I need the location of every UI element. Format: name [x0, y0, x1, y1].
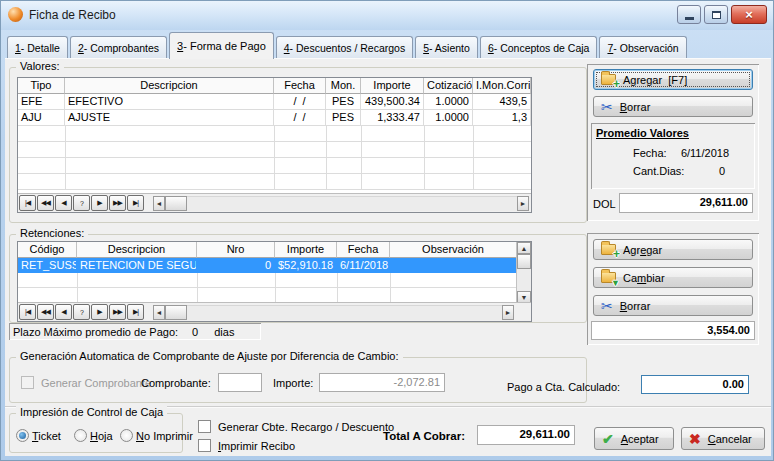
nav-next-button[interactable]: ▶: [91, 195, 108, 211]
imprimir-recibo-checkbox[interactable]: [198, 439, 211, 452]
valores-hscrollbar[interactable]: ◄ ►: [153, 196, 529, 211]
valores-agregar-button[interactable]: + Agregar [F7]: [593, 69, 753, 90]
tab-detalle[interactable]: 1 - Detalle: [7, 36, 68, 58]
tab-descuentos-recargos[interactable]: 4 - Descuentos / Recargos: [276, 36, 413, 58]
promedio-valores-title: Promedio Valores: [596, 127, 689, 139]
retenciones-cambiar-label: Cambiar: [623, 272, 665, 284]
nav-next-page-button[interactable]: ▶▶: [109, 195, 126, 211]
hscroll-thumb[interactable]: [165, 196, 187, 211]
tab-comprobantes[interactable]: 2 - Comprobantes: [70, 36, 167, 58]
maximize-button[interactable]: [704, 5, 728, 24]
retenciones-group-label: Retenciones:: [16, 227, 88, 239]
nav-first-button[interactable]: |◀: [19, 304, 36, 320]
retenciones-agregar-button[interactable]: + Agregar: [593, 239, 753, 260]
minimize-button[interactable]: [677, 5, 701, 24]
cell-fecha: / /: [274, 94, 326, 110]
hscroll-right-arrow[interactable]: ►: [502, 305, 514, 320]
retenciones-borrar-button[interactable]: ✂ Borrar: [593, 295, 753, 316]
total-a-cobrar-label: Total A Cobrar:: [383, 430, 465, 442]
cell-fecha: / /: [274, 110, 326, 126]
tab-bar: 1 - Detalle 2 - Comprobantes 3 - Forma d…: [7, 32, 771, 58]
hoja-radio-label[interactable]: Hoja: [90, 430, 113, 442]
hoja-radio[interactable]: [74, 429, 87, 442]
nav-last-button[interactable]: ▶|: [127, 195, 144, 211]
col-descripcion: Descripcion: [77, 242, 197, 258]
col-tipo: Tipo: [18, 78, 65, 94]
pago-cta-field[interactable]: 0.00: [641, 375, 749, 394]
aceptar-button[interactable]: ✔ Aceptar: [594, 427, 674, 450]
imprimir-recibo-label[interactable]: Imprimir Recibo: [218, 440, 295, 452]
nav-prior-page-button[interactable]: ◀◀: [37, 195, 54, 211]
retenciones-monto-field[interactable]: 3,554.00: [591, 321, 755, 340]
dol-amount-field[interactable]: 29,611.00: [619, 193, 753, 213]
generar-recargo-label[interactable]: Generar Cbte. Recargo / Descuento: [218, 421, 394, 433]
close-button[interactable]: ×: [731, 5, 767, 24]
nav-prior-page-button[interactable]: ◀◀: [37, 304, 54, 320]
vscroll-track[interactable]: [517, 269, 531, 291]
ticket-radio[interactable]: [16, 429, 29, 442]
cell-descripcion: AJUSTE: [65, 110, 274, 126]
hscroll-thumb[interactable]: [165, 305, 187, 320]
cell-descripcion: RETENCION DE SEGURID: [77, 258, 197, 273]
nav-next-button[interactable]: ▶: [91, 304, 108, 320]
hscroll-left-arrow[interactable]: ◄: [153, 305, 165, 320]
col-fecha: Fecha: [337, 242, 390, 258]
minimize-icon: [685, 17, 694, 20]
valores-row-ajuste[interactable]: AJU AJUSTE / / PES 1,333.47 1.0000 1,3: [18, 110, 531, 126]
retenciones-vscrollbar[interactable]: ▲ ▼: [516, 242, 531, 303]
nav-first-button[interactable]: |◀: [19, 195, 36, 211]
valores-row-efectivo[interactable]: EFE EFECTIVO / / PES 439,500.34 1.0000 4…: [18, 94, 531, 110]
cell-importe: 1,333.47: [361, 110, 424, 126]
col-observacion: Observación: [390, 242, 517, 258]
retenciones-agregar-label: Agregar: [623, 244, 662, 256]
retenciones-row-selected[interactable]: RET_SUSS RETENCION DE SEGURID 0 $52,910.…: [18, 258, 531, 273]
nav-last-button[interactable]: ▶|: [127, 304, 144, 320]
hscroll-track[interactable]: [187, 305, 502, 320]
nav-refresh-button[interactable]: ?: [73, 195, 90, 211]
col-mon: Mon.: [326, 78, 361, 94]
hscroll-right-arrow[interactable]: ►: [517, 196, 529, 211]
col-codigo: Código: [18, 242, 77, 258]
retenciones-hscrollbar[interactable]: ◄ ►: [153, 305, 514, 320]
valores-borrar-button[interactable]: ✂ Borrar: [593, 96, 753, 117]
total-a-cobrar-field[interactable]: 29,611.00: [477, 425, 575, 445]
hscroll-left-arrow[interactable]: ◄: [153, 196, 165, 211]
titlebar[interactable]: Ficha de Recibo ×: [1, 1, 773, 30]
retenciones-grid-header: Código Descripcion Nro Importe Fecha Obs…: [18, 242, 531, 258]
col-imoncorr: I.Mon.Corri: [473, 78, 531, 94]
cell-tipo: AJU: [18, 110, 65, 126]
retenciones-cambiar-button[interactable]: ▼ Cambiar: [593, 267, 753, 288]
cell-imoncorr: 1,3: [473, 110, 531, 126]
vscroll-thumb[interactable]: [517, 254, 531, 269]
plazo-value: 0: [192, 326, 198, 338]
dol-label: DOL: [593, 198, 616, 210]
nav-prior-button[interactable]: ◀: [55, 304, 72, 320]
folder-plus-icon: +: [601, 244, 616, 255]
folder-down-icon: ▼: [601, 272, 616, 283]
tab-forma-de-pago[interactable]: 3 - Forma de Pago: [169, 32, 274, 59]
plazo-label: Plazo Máximo promedio de Pago:: [13, 326, 178, 338]
nav-next-page-button[interactable]: ▶▶: [109, 304, 126, 320]
tab-conceptos-de-caja[interactable]: 6 - Conceptos de Caja: [480, 36, 598, 58]
tab-observacion[interactable]: 7 - Observación: [599, 36, 686, 58]
cell-cotizacion: 1.0000: [424, 110, 473, 126]
plazo-unit: dias: [214, 326, 234, 338]
ticket-radio-label[interactable]: Ticket: [32, 430, 61, 442]
no-imprimir-radio-label[interactable]: No Imprimir: [136, 430, 193, 442]
cell-tipo: EFE: [18, 94, 65, 110]
nav-prior-button[interactable]: ◀: [55, 195, 72, 211]
comprobante-input[interactable]: [218, 373, 262, 392]
nav-refresh-button[interactable]: ?: [73, 304, 90, 320]
window: Ficha de Recibo × 1 - Detalle 2 - Compro…: [0, 0, 774, 461]
tab-asiento[interactable]: 5 - Asiento: [415, 36, 478, 58]
no-imprimir-radio[interactable]: [120, 429, 133, 442]
vscroll-up-arrow[interactable]: ▲: [517, 242, 531, 254]
importe-ajuste-field: -2,072.81: [319, 373, 445, 392]
maximize-icon: [712, 11, 721, 19]
generar-recargo-checkbox[interactable]: [198, 420, 211, 433]
promedio-valores-panel: Promedio Valores Fecha: 6/11/2018 Cant.D…: [591, 123, 755, 189]
cancelar-button[interactable]: ✖ Cancelar: [681, 427, 765, 450]
valores-navigator: |◀ ◀◀ ◀ ? ▶ ▶▶ ▶| ◄ ►: [18, 193, 531, 212]
cell-mon: PES: [326, 110, 361, 126]
hscroll-track[interactable]: [187, 196, 517, 211]
